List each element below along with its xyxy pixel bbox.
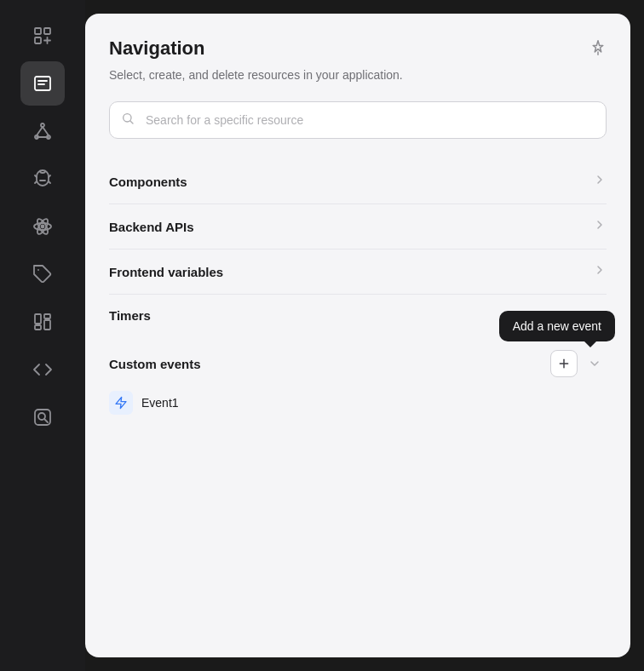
panel-subtitle: Select, create, and delete resources in …: [109, 66, 607, 84]
nav-item-backend-apis[interactable]: Backend APIs: [109, 204, 607, 249]
search-input[interactable]: [109, 101, 607, 139]
sidebar-item-connections[interactable]: [20, 109, 65, 153]
svg-rect-2: [35, 37, 41, 43]
panel-title: Navigation: [109, 37, 204, 60]
main-panel: Navigation Select, create, and delete re…: [85, 14, 630, 657]
svg-rect-27: [44, 320, 50, 330]
event1-label: Event1: [141, 396, 179, 410]
svg-rect-5: [35, 77, 50, 90]
svg-line-12: [43, 127, 49, 135]
search-container: [109, 101, 607, 139]
custom-events-actions: Add a new event: [550, 350, 607, 377]
sidebar-item-search[interactable]: [20, 395, 65, 439]
chevron-right-icon: [593, 218, 607, 235]
svg-rect-25: [35, 325, 41, 330]
sidebar-item-palette[interactable]: [20, 300, 65, 344]
svg-line-11: [37, 127, 43, 135]
pin-icon[interactable]: [589, 39, 607, 60]
chevron-right-icon: [593, 173, 607, 190]
svg-rect-1: [44, 28, 50, 34]
nav-item-timers[interactable]: Timers: [109, 295, 607, 336]
chevron-right-icon: [593, 263, 607, 280]
svg-line-16: [35, 181, 37, 183]
sidebar: [0, 0, 85, 671]
nav-item-timers-label: Timers: [109, 308, 151, 323]
sidebar-item-code[interactable]: [20, 347, 65, 392]
svg-line-30: [44, 419, 48, 422]
event-icon: [109, 391, 133, 415]
nav-item-frontend-variables-label: Frontend variables: [109, 265, 223, 279]
svg-rect-0: [35, 28, 41, 34]
sidebar-item-react[interactable]: [20, 204, 65, 249]
svg-point-22: [42, 226, 44, 228]
svg-rect-24: [35, 314, 41, 324]
nav-item-backend-apis-label: Backend APIs: [109, 220, 194, 234]
nav-section: Components Backend APIs Frontend variabl…: [109, 159, 607, 336]
add-event-button[interactable]: [550, 350, 578, 377]
sidebar-item-tag[interactable]: [20, 252, 65, 296]
nav-item-frontend-variables[interactable]: Frontend variables: [109, 249, 607, 295]
sidebar-item-debug[interactable]: [20, 157, 65, 201]
expand-custom-events-button[interactable]: [583, 350, 607, 377]
nav-item-components-label: Components: [109, 175, 187, 189]
nav-item-components[interactable]: Components: [109, 159, 607, 204]
sidebar-item-nav[interactable]: [20, 61, 65, 106]
svg-rect-26: [44, 314, 50, 318]
sidebar-item-grid-add[interactable]: [20, 14, 65, 58]
custom-events-row: Custom events Add a new event: [109, 336, 607, 384]
panel-header: Navigation: [109, 37, 607, 60]
custom-events-label: Custom events: [109, 357, 201, 371]
event-item-event1[interactable]: Event1: [109, 384, 607, 422]
svg-marker-36: [116, 397, 126, 408]
svg-line-17: [49, 181, 50, 183]
